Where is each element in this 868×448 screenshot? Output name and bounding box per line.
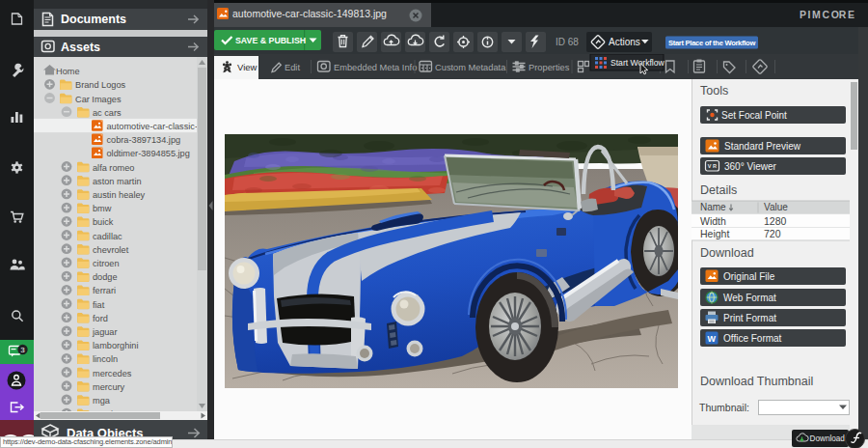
svg-text:Download: Download (810, 434, 846, 443)
svg-text:Width: Width (700, 215, 726, 227)
svg-text:3: 3 (20, 346, 25, 354)
svg-text:buick: buick (93, 217, 114, 227)
svg-text:W: W (708, 334, 717, 344)
svg-text:Tools: Tools (700, 84, 728, 98)
svg-text:Home: Home (56, 67, 80, 76)
svg-text:Details: Details (700, 183, 737, 197)
svg-text:Height: Height (700, 228, 729, 239)
svg-text:Edit: Edit (285, 63, 300, 72)
svg-text:Name: Name (700, 202, 726, 212)
svg-text:V R: V R (708, 163, 717, 169)
svg-text:1280: 1280 (764, 215, 787, 227)
svg-text:alfa romeo: alfa romeo (93, 163, 134, 173)
svg-text:Office Format: Office Format (723, 333, 782, 344)
svg-text:mga: mga (93, 396, 111, 406)
svg-text:lincoln: lincoln (93, 354, 118, 364)
svg-text:cobra-3897134.jpg: cobra-3897134.jpg (107, 135, 181, 145)
svg-text:Start Place of the Workflow: Start Place of the Workflow (668, 39, 755, 47)
svg-text:ac cars: ac cars (93, 108, 122, 118)
svg-text:chevrolet: chevrolet (93, 245, 129, 255)
svg-text:View: View (237, 62, 258, 72)
svg-text:bmw: bmw (93, 204, 112, 213)
svg-text:lamborghini: lamborghini (93, 341, 139, 350)
svg-text:Print Format: Print Format (723, 313, 776, 323)
svg-text:Set Focal Point: Set Focal Point (721, 110, 787, 121)
svg-text:automotive-car-classic-149813.: automotive-car-classic-149813.jpg (232, 8, 387, 19)
svg-text:aston martin: aston martin (93, 177, 142, 186)
svg-text:Brand Logos: Brand Logos (75, 80, 126, 90)
svg-text:Download Thumbnail: Download Thumbnail (700, 375, 813, 388)
svg-text:Value: Value (764, 202, 788, 212)
svg-text:720: 720 (764, 228, 781, 239)
svg-text:dodge: dodge (93, 272, 118, 282)
svg-text:Standard Preview: Standard Preview (724, 141, 801, 152)
svg-text:360° Viewer: 360° Viewer (724, 161, 777, 172)
svg-text:oldtimer-3894855.jpg: oldtimer-3894855.jpg (107, 149, 190, 158)
svg-text:citroen: citroen (93, 259, 120, 268)
svg-text:Actions: Actions (609, 37, 640, 47)
svg-text:cadillac: cadillac (93, 232, 122, 241)
svg-text:ferrari: ferrari (93, 286, 116, 295)
svg-text:mercedes: mercedes (93, 369, 132, 378)
svg-text:ID 68: ID 68 (556, 37, 579, 47)
svg-text:Documents: Documents (61, 13, 126, 26)
svg-text:Web Format: Web Format (723, 293, 776, 303)
svg-text:Thumbnail:: Thumbnail: (699, 402, 749, 413)
svg-text:austin healey: austin healey (93, 190, 146, 200)
svg-text:SAVE & PUBLISH: SAVE & PUBLISH (235, 36, 306, 45)
svg-text:Start Workflow: Start Workflow (610, 58, 665, 68)
svg-text:Original File: Original File (723, 271, 775, 282)
svg-text:mercury: mercury (93, 382, 125, 392)
svg-text:ford: ford (93, 314, 108, 323)
svg-text:fiat: fiat (93, 300, 105, 310)
svg-text:Download: Download (700, 246, 754, 260)
svg-text:jaguar: jaguar (92, 327, 118, 337)
svg-text:automotive-car-classic-14: automotive-car-classic-14 (107, 122, 208, 131)
svg-text:Car Images: Car Images (75, 95, 122, 104)
svg-text:Custom Metadata: Custom Metadata (435, 63, 506, 72)
svg-text:Assets: Assets (61, 41, 100, 54)
svg-text:Embedded Meta Info: Embedded Meta Info (334, 63, 417, 72)
svg-text:Properties: Properties (529, 63, 570, 72)
